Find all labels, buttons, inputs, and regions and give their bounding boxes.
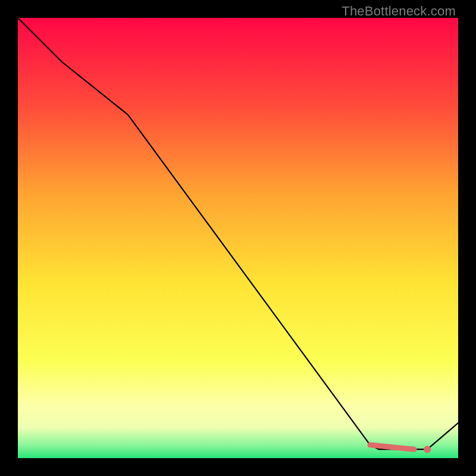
- plot-area: [18, 18, 458, 458]
- marker-end-dot: [424, 446, 431, 453]
- chart-frame: TheBottleneck.com: [0, 0, 476, 476]
- line-layer: [18, 18, 458, 458]
- watermark-text: TheBottleneck.com: [342, 4, 456, 19]
- data-curve: [18, 18, 458, 449]
